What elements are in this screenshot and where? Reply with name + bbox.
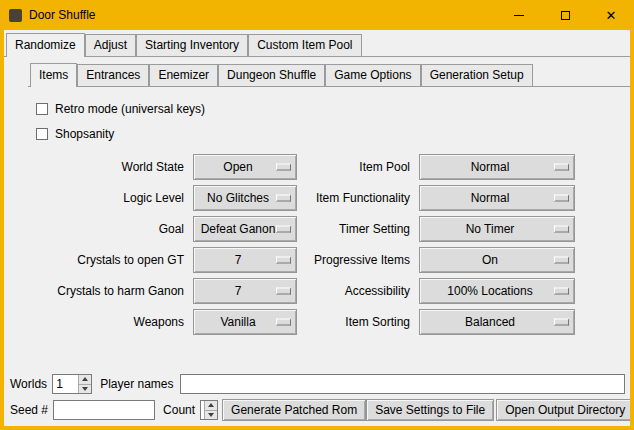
close-icon: ✕ <box>606 9 617 22</box>
timer-setting-label: Timer Setting <box>304 222 412 236</box>
dropdown-indicator-icon <box>276 257 291 264</box>
close-button[interactable]: ✕ <box>588 0 634 30</box>
open-output-directory-button[interactable]: Open Output Directory <box>496 399 630 421</box>
worlds-spin-arrows <box>78 375 91 393</box>
dropdown-indicator-icon <box>554 288 569 295</box>
weapons-value: Vanilla <box>220 315 269 329</box>
window-controls: ✕ <box>496 0 634 30</box>
retro-mode-checkbox-label: Retro mode (universal keys) <box>55 102 205 116</box>
dropdown-indicator-icon <box>554 257 569 264</box>
crystals-harm-ganon-value: 7 <box>235 284 256 298</box>
tab-items[interactable]: Items <box>30 63 77 87</box>
arrow-down-icon <box>82 387 88 391</box>
retro-mode-checkbox-box[interactable] <box>36 103 48 115</box>
item-pool-label: Item Pool <box>304 160 412 174</box>
timer-setting-value: No Timer <box>466 222 529 236</box>
worlds-row: Worlds Player names <box>10 374 625 394</box>
tab-randomize[interactable]: Randomize <box>6 33 85 57</box>
worlds-spin-down-button[interactable] <box>79 384 91 394</box>
count-spinner[interactable] <box>200 400 218 420</box>
maximize-icon <box>561 11 570 20</box>
tab-starting-inventory[interactable]: Starting Inventory <box>136 34 248 56</box>
accessibility-dropdown[interactable]: 100% Locations <box>419 278 575 304</box>
count-label: Count <box>163 403 195 417</box>
player-names-input[interactable] <box>180 374 626 394</box>
tab-enemizer[interactable]: Enemizer <box>149 64 218 86</box>
window-title: Door Shuffle <box>29 8 96 22</box>
item-pool-dropdown[interactable]: Normal <box>419 154 575 180</box>
sub-tabbar: Items Entrances Enemizer Dungeon Shuffle… <box>28 63 630 87</box>
main-tabbar: Randomize Adjust Starting Inventory Cust… <box>4 33 630 57</box>
arrow-down-icon <box>208 413 214 417</box>
world-state-dropdown[interactable]: Open <box>193 154 297 180</box>
checkbox-section: Retro mode (universal keys) Shopsanity <box>36 98 630 145</box>
worlds-input[interactable] <box>53 375 78 393</box>
seed-row: Seed # Count Generate Patched Rom Save S… <box>10 399 625 421</box>
item-pool-value: Normal <box>471 160 524 174</box>
progressive-items-value: On <box>482 253 512 267</box>
save-settings-button[interactable]: Save Settings to File <box>366 399 494 421</box>
dropdown-indicator-icon <box>276 195 291 202</box>
dropdown-indicator-icon <box>276 319 291 326</box>
world-state-value: Open <box>223 160 266 174</box>
item-sorting-dropdown[interactable]: Balanced <box>419 309 575 335</box>
goal-label: Goal <box>50 222 186 236</box>
tab-generation-setup[interactable]: Generation Setup <box>421 64 533 86</box>
crystals-open-gt-label: Crystals to open GT <box>50 253 186 267</box>
tab-adjust[interactable]: Adjust <box>85 34 136 56</box>
crystals-harm-ganon-dropdown[interactable]: 7 <box>193 278 297 304</box>
dropdown-indicator-icon <box>276 288 291 295</box>
logic-level-dropdown[interactable]: No Glitches <box>193 185 297 211</box>
client-area: Randomize Adjust Starting Inventory Cust… <box>4 30 630 426</box>
generate-patched-rom-button[interactable]: Generate Patched Rom <box>222 399 366 421</box>
tab-dungeon-shuffle[interactable]: Dungeon Shuffle <box>218 64 325 86</box>
worlds-spinner[interactable] <box>52 374 92 394</box>
maximize-button[interactable] <box>542 0 588 30</box>
tab-game-options[interactable]: Game Options <box>325 64 420 86</box>
accessibility-value: 100% Locations <box>447 284 546 298</box>
dropdown-indicator-icon <box>554 319 569 326</box>
shopsanity-checkbox-box[interactable] <box>36 128 48 140</box>
dropdown-indicator-icon <box>554 195 569 202</box>
weapons-label: Weapons <box>50 315 186 329</box>
arrow-up-icon <box>82 377 88 381</box>
item-sorting-label: Item Sorting <box>304 315 412 329</box>
timer-setting-dropdown[interactable]: No Timer <box>419 216 575 242</box>
progressive-items-dropdown[interactable]: On <box>419 247 575 273</box>
seed-label: Seed # <box>10 403 48 417</box>
crystals-open-gt-dropdown[interactable]: 7 <box>193 247 297 273</box>
world-state-label: World State <box>50 160 186 174</box>
goal-dropdown[interactable]: Defeat Ganon <box>193 216 297 242</box>
dropdown-indicator-icon <box>276 164 291 171</box>
minimize-icon <box>514 15 524 16</box>
minimize-button[interactable] <box>496 0 542 30</box>
count-spin-arrows <box>204 401 217 419</box>
dropdown-indicator-icon <box>276 226 291 233</box>
count-spin-up-button[interactable] <box>205 401 217 410</box>
shopsanity-checkbox[interactable]: Shopsanity <box>36 123 630 145</box>
worlds-spin-up-button[interactable] <box>79 375 91 384</box>
dropdown-indicator-icon <box>554 164 569 171</box>
item-functionality-dropdown[interactable]: Normal <box>419 185 575 211</box>
crystals-harm-ganon-label: Crystals to harm Ganon <box>50 284 186 298</box>
crystals-open-gt-value: 7 <box>235 253 256 267</box>
item-functionality-label: Item Functionality <box>304 191 412 205</box>
retro-mode-checkbox[interactable]: Retro mode (universal keys) <box>36 98 630 120</box>
titlebar: Door Shuffle ✕ <box>0 0 634 30</box>
worlds-label: Worlds <box>10 377 47 391</box>
item-functionality-value: Normal <box>471 191 524 205</box>
door-shuffle-window: Door Shuffle ✕ Randomize Adjust Starting… <box>0 0 634 430</box>
count-spin-down-button[interactable] <box>205 410 217 420</box>
tab-custom-item-pool[interactable]: Custom Item Pool <box>248 34 361 56</box>
logic-level-value: No Glitches <box>207 191 283 205</box>
bottom-bar: Worlds Player names Seed # Count <box>10 374 625 421</box>
player-names-label: Player names <box>100 377 173 391</box>
seed-input[interactable] <box>53 400 155 420</box>
weapons-dropdown[interactable]: Vanilla <box>193 309 297 335</box>
tab-entrances[interactable]: Entrances <box>77 64 149 86</box>
arrow-up-icon <box>208 403 214 407</box>
options-grid: World State Open Item Pool Normal Logic … <box>50 154 630 335</box>
app-icon <box>9 9 22 22</box>
dropdown-indicator-icon <box>554 226 569 233</box>
logic-level-label: Logic Level <box>50 191 186 205</box>
